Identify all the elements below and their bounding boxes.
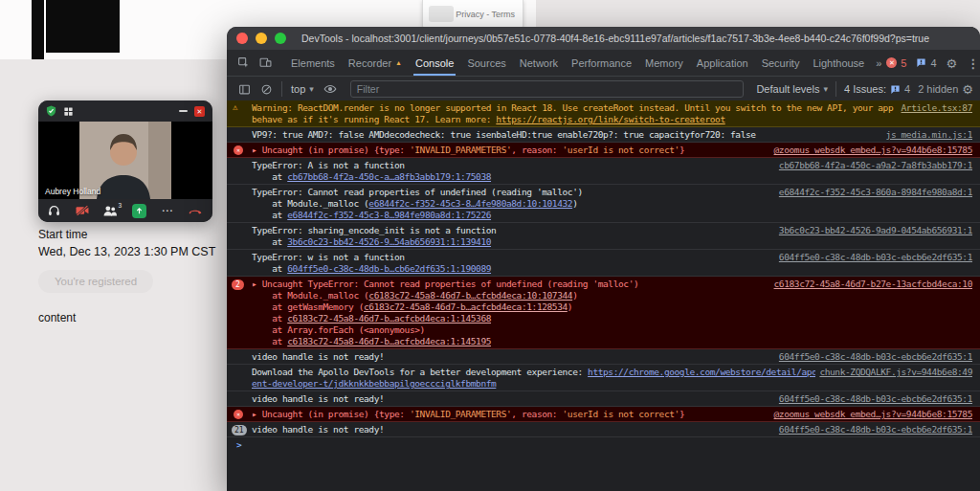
close-window-button[interactable] <box>236 33 248 44</box>
console-link[interactable]: https://chrome.google.com/webstore/detai… <box>588 367 853 377</box>
source-location-link[interactable]: @zoomus_websdk_embed…js?v=944b6e8:15785 <box>770 409 972 419</box>
console-line: at cb67bb68-4f2a-450c-a…a8fb3abb179:1:75… <box>252 171 972 183</box>
console-text: } <box>679 409 684 419</box>
source-location-link[interactable]: 604ff5e0-c38c-48db-b03c-ebcb6e2df635:1 <box>775 424 972 435</box>
console-link[interactable]: c6183c72-45a8-46d7-b…acfcbd4eca:1:128534 <box>364 301 568 312</box>
tab-security[interactable]: Security <box>755 50 807 76</box>
filter-input[interactable] <box>350 80 745 98</box>
source-location-link[interactable]: 604ff5e0-c38c-48db-b03c-ebcb6e2df635:1 <box>775 252 972 262</box>
tab-recorder[interactable]: Recorder▲ <box>342 50 409 76</box>
source-location-link[interactable]: c6183c72-45a8-46d7-b27e-13acfcbd4eca:10 <box>770 279 972 289</box>
more-options-icon[interactable]: ⋯ <box>161 206 172 215</box>
camera-off-icon[interactable] <box>76 205 89 216</box>
tab-performance[interactable]: Performance <box>565 50 638 76</box>
window-controls <box>236 33 286 44</box>
share-screen-button[interactable] <box>132 204 146 218</box>
console-text: at Array.forEach (<anonymous>) <box>252 324 425 335</box>
console-text: VP9?: true AMD?: false AMDdecodecheck: t… <box>252 129 756 140</box>
console-link[interactable]: c6183c72-45a8-46d7-b…acfcbd4eca:1:145195 <box>287 336 491 346</box>
console-text: Uncaught (in promise) <box>262 145 374 155</box>
hangup-icon[interactable] <box>188 207 203 214</box>
source-location-link[interactable]: e6844f2c-f352-45c3-860a-8984fe980a8d:1 <box>775 187 972 197</box>
tab-elements[interactable]: Elements <box>284 50 342 76</box>
console-link[interactable]: 604ff5e0-c38c-48db-b…cb6e2df635:1:190089 <box>287 263 491 274</box>
source-location-link[interactable]: js_media.min.js:1 <box>882 129 972 140</box>
clear-console-icon[interactable] <box>256 83 278 96</box>
console-link[interactable]: c6183c72-45a8-46d7-b…cfcbd4eca:10:107344 <box>368 290 572 301</box>
tab-memory[interactable]: Memory <box>638 50 690 76</box>
tab-label: Lighthouse <box>813 57 864 69</box>
tab-network[interactable]: Network <box>513 50 565 76</box>
settings-gear-icon[interactable] <box>947 55 958 72</box>
privacy-terms-link[interactable]: Privacy - Terms <box>456 10 515 19</box>
more-tabs-icon[interactable]: » <box>871 57 886 69</box>
separator <box>835 81 836 97</box>
source-location-link[interactable]: cb67bb68-4f2a-450c-a9a2-7a8fb3abb179:1 <box>775 160 972 170</box>
tab-application[interactable]: Application <box>690 50 755 76</box>
audio-headset-icon[interactable] <box>48 205 60 216</box>
participants-icon[interactable]: 3 <box>103 205 117 216</box>
console-message-log: TypeError: Cannot read properties of und… <box>227 185 980 223</box>
tab-lighthouse[interactable]: Lighthouse <box>806 50 871 76</box>
inspect-element-icon[interactable] <box>233 56 255 69</box>
start-time-value: Wed, Dec 13, 2023 1:30 PM CST <box>38 245 215 258</box>
source-location-link[interactable]: Article.tsx:87 <box>898 102 972 113</box>
source-location-link[interactable]: 604ff5e0-c38c-48db-b03c-ebcb6e2df635:1 <box>775 393 972 404</box>
registered-button[interactable]: You're registered <box>38 270 153 293</box>
console-text: at <box>252 336 287 346</box>
live-expression-eye-icon[interactable] <box>319 82 342 96</box>
console-link[interactable]: e6844f2c-f352-45c3-8…984fe980a8d:1:75226 <box>287 210 491 220</box>
source-location-link[interactable]: chunk-ZQDQALKF.js?v=944b6e8:49 <box>815 367 972 377</box>
source-location-link[interactable]: @zoomus_websdk_embed…js?v=944b6e8:15785 <box>770 145 972 155</box>
console-link[interactable]: ent-developer-t/jdkknkkbebbapilgoecccigl… <box>252 378 496 389</box>
call-widget-header: ✕ <box>38 100 212 122</box>
error-icon: ✕ <box>234 145 243 155</box>
message-count-number: 4 <box>930 57 936 69</box>
console-link[interactable]: c6183c72-45a8-46d7-b…acfcbd4eca:1:145368 <box>287 313 491 324</box>
console-error-count[interactable]: ✕ 5 <box>886 57 906 69</box>
console-line: at Array.forEach (<anonymous>) <box>252 324 972 336</box>
devtools-titlebar: DevTools - localhost:3001/client/journey… <box>227 27 980 50</box>
issues-counter[interactable]: 4 Issues: 4 <box>840 83 914 95</box>
javascript-context-selector[interactable]: top <box>286 83 319 95</box>
console-text: , reason: <box>511 145 562 155</box>
console-line: Warning: ReactDOM.render is no longer su… <box>252 102 972 114</box>
console-link[interactable]: cb67bb68-4f2a-450c-a…a8fb3abb179:1:75038 <box>287 171 491 182</box>
console-line: behave as if it's running React 17. Lear… <box>252 114 972 125</box>
zoom-window-button[interactable] <box>275 33 286 44</box>
device-toolbar-icon[interactable] <box>255 56 277 69</box>
console-text: , reason: <box>511 409 562 419</box>
console-text: at <box>252 171 287 182</box>
console-text: ) <box>572 290 577 301</box>
console-prompt[interactable]: > <box>227 437 980 454</box>
minimize-icon[interactable] <box>179 110 188 112</box>
tab-label: Elements <box>291 57 335 69</box>
console-link[interactable]: e6844f2c-f352-45c3-8…4fe980a8d:10:101432 <box>368 198 572 209</box>
console-link[interactable]: 3b6c0c23-bb42-4526-9…54ab656931:1:139410 <box>287 236 491 247</box>
console-link[interactable]: https://reactjs.org/link/switch-to-creat… <box>496 114 724 124</box>
tab-sources[interactable]: Sources <box>460 50 512 76</box>
console-settings-gear-icon[interactable] <box>962 82 973 97</box>
gallery-view-icon[interactable] <box>63 106 74 117</box>
console-text: video handle is not ready! <box>252 393 384 404</box>
log-levels-dropdown[interactable]: Default levels <box>752 83 832 95</box>
tab-console[interactable]: Console <box>409 50 460 76</box>
console-line: ent-developer-t/jdkknkkbebbapilgoecccigl… <box>252 378 972 390</box>
console-message-count[interactable]: 4 <box>916 57 936 69</box>
console-sidebar-icon[interactable] <box>234 83 256 96</box>
source-location-link[interactable]: 3b6c0c23-bb42-4526-9ad9-0454ab656931:1 <box>775 225 972 235</box>
console-message-log: video handle is not ready!604ff5e0-c38c-… <box>227 349 980 365</box>
error-icon: ✕ <box>234 410 243 419</box>
console-text: ) <box>568 301 572 312</box>
close-meeting-icon[interactable]: ✕ <box>194 106 205 117</box>
console-text: video handle is not ready! <box>252 351 384 362</box>
tab-label: Performance <box>571 57 632 69</box>
tabbar-right: ✕ 5 4 <box>886 55 980 72</box>
console-messages[interactable]: ⚠Warning: ReactDOM.render is no longer s… <box>227 100 980 491</box>
hidden-messages-label[interactable]: 2 hidden <box>914 83 962 95</box>
minimize-window-button[interactable] <box>256 33 267 44</box>
source-location-link[interactable]: 604ff5e0-c38c-48db-b03c-ebcb6e2df635:1 <box>775 351 972 362</box>
console-line: at Module._malloc (e6844f2c-f352-45c3-8…… <box>252 198 972 210</box>
kebab-menu-icon[interactable] <box>967 55 979 72</box>
console-line: at c6183c72-45a8-46d7-b…acfcbd4eca:1:145… <box>252 313 972 324</box>
